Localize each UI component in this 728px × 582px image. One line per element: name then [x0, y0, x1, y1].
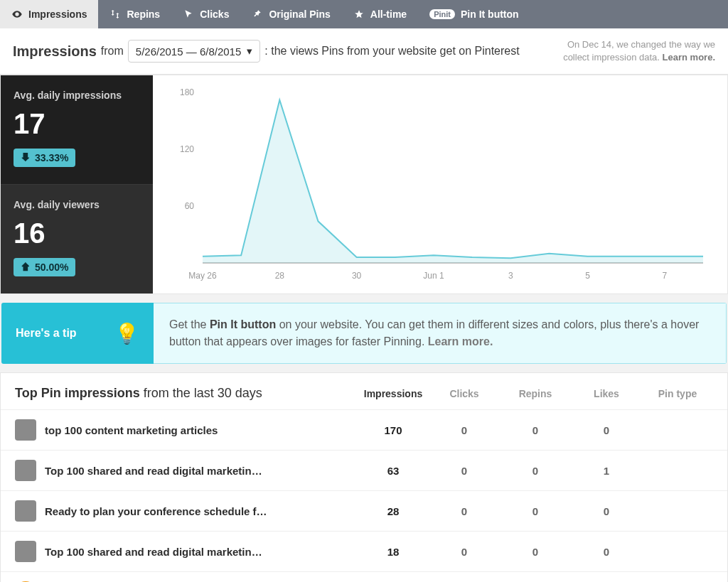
- tip-bold: Pin It button: [210, 318, 276, 330]
- kpi-chart-panel: Avg. daily impressions 17 🡇 33.33% Avg. …: [0, 75, 728, 294]
- table-row[interactable]: Top 100 shared and read digital marketin…: [1, 531, 727, 571]
- col-impressions[interactable]: Impressions: [358, 388, 429, 399]
- pin-thumbnail: [15, 460, 36, 481]
- arrow-up-icon: 🡅: [21, 262, 31, 273]
- pin-title: Top 100 shared and read digital marketin…: [45, 465, 262, 477]
- pin-title: Ready to plan your conference schedule f…: [45, 505, 267, 517]
- tip-banner: Here's a tip 💡 Get the Pin It button on …: [1, 303, 727, 364]
- cell-impressions: 28: [358, 505, 429, 517]
- tab-original-pins[interactable]: Original Pins: [240, 0, 341, 28]
- cell-pin-type: [642, 465, 713, 477]
- date-range-picker[interactable]: 5/26/2015 — 6/8/2015 ▾: [128, 40, 260, 63]
- svg-text:60: 60: [185, 201, 195, 211]
- cell-impressions: 18: [358, 546, 429, 558]
- svg-text:Jun 1: Jun 1: [423, 271, 444, 281]
- cell-likes: 0: [571, 546, 642, 558]
- cell-likes: 1: [571, 465, 642, 477]
- svg-text:30: 30: [352, 271, 362, 281]
- impressions-line-chart: 60120180May 262830Jun 1357: [160, 85, 713, 284]
- chart-area: 60120180May 262830Jun 1357: [153, 75, 727, 293]
- top-pins-table: Top Pin impressions from the last 30 day…: [0, 372, 728, 582]
- date-range-value: 5/26/2015 — 6/8/2015: [136, 45, 241, 58]
- tip-learn-more-link[interactable]: Learn more.: [428, 335, 493, 347]
- table-title: Top Pin impressions from the last 30 day…: [15, 386, 262, 401]
- tip-text-1: Get the: [169, 318, 210, 330]
- svg-text:7: 7: [663, 271, 668, 281]
- subheader: Impressions from 5/26/2015 — 6/8/2015 ▾ …: [0, 28, 728, 75]
- kpi-label: Avg. daily impressions: [14, 90, 140, 101]
- page-title: Impressions: [13, 43, 97, 60]
- svg-text:3: 3: [508, 271, 513, 281]
- repin-icon: [109, 9, 121, 20]
- tab-label: Clicks: [200, 9, 229, 20]
- kpi-delta-value: 50.00%: [35, 262, 68, 273]
- table-row[interactable]: KristiHines.com Great one-page design fo…: [1, 571, 727, 582]
- tab-label: Impressions: [28, 9, 87, 20]
- tab-pinit-button[interactable]: Pinit Pin It button: [418, 0, 530, 28]
- pin-title: Top 100 shared and read digital marketin…: [45, 546, 262, 558]
- cursor-icon: [183, 9, 194, 20]
- kpi-delta-up: 🡅 50.00%: [14, 258, 75, 276]
- tab-label: Pin It button: [461, 9, 519, 20]
- star-icon: [353, 9, 365, 20]
- pin-title: top 100 content marketing articles: [45, 424, 218, 436]
- notice: On Dec 14, we changed the way we collect…: [563, 38, 715, 64]
- table-title-rest: from the last 30 days: [144, 386, 262, 400]
- tab-impressions[interactable]: Impressions: [0, 0, 98, 28]
- tab-label: All-time: [370, 9, 407, 20]
- pin-thumbnail: [15, 541, 36, 562]
- col-clicks[interactable]: Clicks: [429, 388, 500, 399]
- kpi-delta-down: 🡇 33.33%: [14, 149, 75, 167]
- table-row[interactable]: Top 100 shared and read digital marketin…: [1, 450, 727, 490]
- pin-icon: [252, 9, 263, 20]
- kpi-value: 17: [14, 108, 140, 140]
- cell-repins: 0: [500, 505, 571, 517]
- cell-pin-type: [642, 546, 713, 558]
- page-description: : the views Pins from your website get o…: [264, 45, 519, 58]
- cell-clicks: 0: [429, 424, 500, 436]
- col-repins[interactable]: Repins: [500, 388, 571, 399]
- svg-text:May 26: May 26: [188, 271, 217, 281]
- cell-impressions: 63: [358, 465, 429, 477]
- tab-label: Repins: [127, 9, 160, 20]
- kpi-value: 16: [14, 217, 140, 249]
- eye-icon: [11, 9, 23, 20]
- cell-clicks: 0: [429, 505, 500, 517]
- pinit-badge-icon: Pinit: [429, 9, 455, 19]
- cell-clicks: 0: [429, 546, 500, 558]
- cell-likes: 0: [571, 424, 642, 436]
- kpi-sidebar: Avg. daily impressions 17 🡇 33.33% Avg. …: [1, 75, 153, 293]
- svg-text:120: 120: [180, 144, 194, 154]
- notice-line2: collect impression data.: [563, 52, 662, 63]
- svg-text:5: 5: [585, 271, 590, 281]
- cell-pin-type: [642, 505, 713, 517]
- learn-more-link[interactable]: Learn more.: [663, 52, 715, 63]
- cell-repins: 0: [500, 546, 571, 558]
- svg-text:28: 28: [275, 271, 285, 281]
- tab-clicks[interactable]: Clicks: [171, 0, 240, 28]
- kpi-viewers[interactable]: Avg. daily viewers 16 🡅 50.00%: [1, 184, 153, 293]
- cell-repins: 0: [500, 465, 571, 477]
- col-likes[interactable]: Likes: [571, 388, 642, 399]
- cell-repins: 0: [500, 424, 571, 436]
- cell-pin-type: [642, 424, 713, 436]
- tip-heading: Here's a tip: [16, 327, 77, 340]
- from-label: from: [101, 45, 124, 58]
- tab-all-time[interactable]: All-time: [342, 0, 418, 28]
- col-pin-type[interactable]: Pin type: [642, 388, 713, 399]
- table-row[interactable]: top 100 content marketing articles170000: [1, 409, 727, 450]
- kpi-impressions[interactable]: Avg. daily impressions 17 🡇 33.33%: [1, 75, 153, 184]
- cell-clicks: 0: [429, 465, 500, 477]
- svg-text:180: 180: [180, 87, 194, 97]
- table-row[interactable]: Ready to plan your conference schedule f…: [1, 490, 727, 531]
- cell-impressions: 170: [358, 424, 429, 436]
- tab-repins[interactable]: Repins: [98, 0, 171, 28]
- table-title-bold: Top Pin impressions: [15, 386, 140, 400]
- kpi-label: Avg. daily viewers: [14, 199, 140, 210]
- chevron-down-icon: ▾: [247, 45, 252, 58]
- notice-line1: On Dec 14, we changed the way we: [563, 38, 715, 51]
- cell-likes: 0: [571, 505, 642, 517]
- analytics-tabs: Impressions Repins Clicks Original Pins …: [0, 0, 728, 28]
- pin-thumbnail: [15, 419, 36, 441]
- tab-label: Original Pins: [269, 9, 330, 20]
